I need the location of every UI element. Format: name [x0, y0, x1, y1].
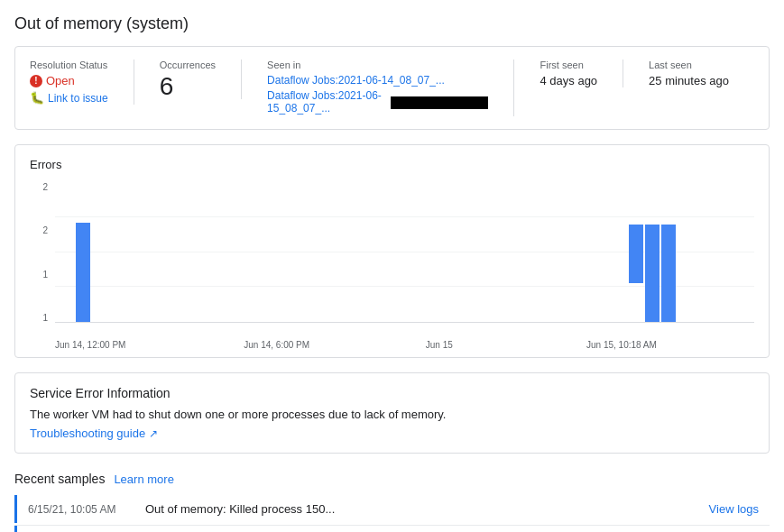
sample-time-1: 6/15/21, 10:05 AM [28, 503, 145, 516]
resolution-label: Resolution Status [30, 60, 108, 70]
x-label-4: Jun 15, 10:18 AM [586, 340, 657, 350]
link-to-issue-label: Link to issue [48, 92, 108, 105]
y-label-3: 2 [42, 225, 48, 235]
learn-more-link[interactable]: Learn more [114, 472, 173, 486]
bar-2a [629, 225, 643, 283]
page-title: Out of memory (system) [14, 14, 770, 33]
y-label-1: 1 [42, 313, 48, 323]
y-label-4: 2 [42, 182, 48, 192]
seen-in-section: Seen in Dataflow Jobs:2021-06-14_08_07_.… [267, 60, 514, 116]
bar-2c [661, 225, 676, 322]
seen-in-label: Seen in [267, 60, 488, 70]
grid-line-1 [55, 216, 754, 217]
first-seen-value: 4 days ago [540, 74, 597, 87]
service-error-text: The worker VM had to shut down one or mo… [30, 408, 754, 421]
service-error-title: Service Error Information [30, 386, 754, 400]
sample-row: 6/15/21, 9:43 AM Out of memory: Killed p… [14, 526, 770, 532]
chart-area: 2 2 1 1 Jun 14, 12:00 PM [30, 182, 754, 344]
chart-card: Errors 2 2 1 1 [14, 144, 770, 358]
y-axis: 2 2 1 1 [30, 182, 48, 323]
sample-text-1: Out of memory: Killed process 150... [145, 502, 709, 516]
bar-group-2 [629, 225, 676, 322]
last-seen-label: Last seen [649, 60, 729, 70]
bar-2b [645, 225, 659, 322]
redacted-block [391, 96, 488, 109]
recent-samples-section: Recent samples Learn more 6/15/21, 10:05… [14, 472, 770, 532]
x-label-2: Jun 14, 6:00 PM [244, 340, 309, 350]
view-logs-1[interactable]: View logs [709, 502, 759, 516]
info-card: Resolution Status ! Open 🐛 Link to issue… [14, 46, 770, 130]
seen-in-link-1[interactable]: Dataflow Jobs:2021-06-14_08_07_... [267, 74, 488, 87]
y-label-2: 1 [42, 270, 48, 280]
occurrences-value: 6 [160, 74, 216, 99]
status-row: ! Open [30, 74, 108, 87]
external-link-icon: ↗ [149, 427, 158, 440]
first-seen-label: First seen [540, 60, 597, 70]
service-error-card: Service Error Information The worker VM … [14, 372, 770, 454]
chart-title: Errors [30, 158, 754, 171]
recent-samples-title: Recent samples [14, 472, 105, 486]
x-label-1: Jun 14, 12:00 PM [55, 340, 125, 350]
bug-icon: 🐛 [30, 91, 44, 105]
resolution-section: Resolution Status ! Open 🐛 Link to issue [30, 60, 134, 105]
status-open-text: Open [46, 74, 75, 87]
bar-1 [76, 223, 90, 322]
troubleshoot-link[interactable]: Troubleshooting guide ↗ [30, 427, 158, 440]
x-label-3: Jun 15 [426, 340, 453, 350]
recent-samples-header: Recent samples Learn more [14, 472, 770, 486]
bar-group-1 [76, 223, 90, 322]
occurrences-section: Occurrences 6 [160, 60, 242, 99]
link-to-issue-button[interactable]: 🐛 Link to issue [30, 91, 108, 105]
first-seen-section: First seen 4 days ago [540, 60, 623, 87]
last-seen-value: 25 minutes ago [649, 74, 729, 87]
last-seen-section: Last seen 25 minutes ago [649, 60, 754, 87]
chart-inner: Jun 14, 12:00 PM Jun 14, 6:00 PM Jun 15 … [55, 182, 754, 323]
error-circle-icon: ! [30, 75, 42, 87]
sample-row: 6/15/21, 10:05 AM Out of memory: Killed … [14, 495, 770, 523]
occurrences-label: Occurrences [160, 60, 216, 70]
troubleshoot-label: Troubleshooting guide [30, 427, 145, 440]
seen-in-link-2[interactable]: Dataflow Jobs:2021-06-15_08_07_... [267, 89, 387, 115]
